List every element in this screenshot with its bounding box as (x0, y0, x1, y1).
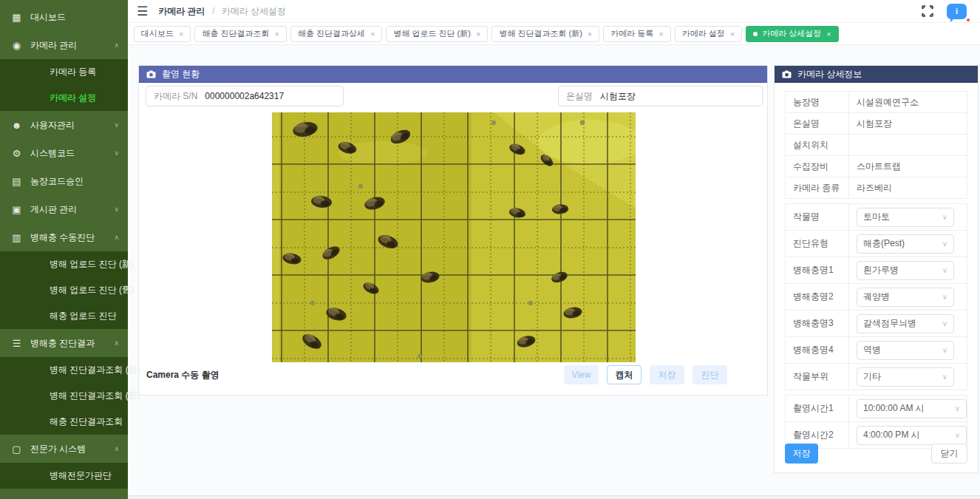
select-box[interactable]: 궤양병 ∨ (857, 288, 954, 307)
menu-icon: ☻ (10, 120, 23, 131)
view-button[interactable]: View (564, 365, 599, 384)
tab-disease-result-new[interactable]: 병해 진단결과조회 (新) × (491, 26, 599, 42)
tab-dashboard[interactable]: 대시보드 × (134, 26, 191, 42)
greenhouse-input[interactable] (600, 91, 762, 101)
time-select-box[interactable]: 10:00:00 AM 시 ∨ (857, 399, 967, 418)
sidebar-subitem-disease-upload-old[interactable]: 병해 업로드 진단 (舊) (0, 277, 128, 303)
info-label: 카메라 종류 (786, 177, 849, 198)
sidebar-subitem-disease-result-new[interactable]: 병해 진단결과조회 (新) (0, 357, 128, 383)
select-value: 궤양병 (863, 291, 942, 303)
breadcrumb-section[interactable]: 카메라 관리 (158, 6, 205, 16)
tab-camera-detail-settings[interactable]: 카메라 상세설정 × (746, 26, 839, 42)
time-select-value: 10:00:00 AM 시 (863, 402, 955, 415)
sidebar-subitem-pest-upload[interactable]: 해충 업로드 진단 (0, 303, 128, 329)
sidebar-item-label: 전문가 시스템 (30, 443, 86, 455)
select-box[interactable]: 기타 ∨ (857, 367, 954, 387)
camera-sn-label: 카메라 S/N (146, 90, 205, 103)
tab-close-icon[interactable]: × (659, 30, 663, 38)
sidebar-item-manual-diagnosis[interactable]: ▥ 병해충 수동진단 ∧ (0, 223, 128, 251)
sidebar-item-system-code[interactable]: ⚙ 시스템코드 ∨ (0, 139, 128, 167)
menu-icon: ▤ (10, 176, 23, 187)
greenhouse-label: 온실명 (559, 90, 600, 103)
select-box[interactable]: 흰가루병 ∨ (857, 261, 954, 280)
top-bar: ☰ 카메라 관리 / 카메라 상세설정 i (128, 0, 980, 23)
select-box[interactable]: 갈색점무늬병 ∨ (857, 314, 954, 333)
tab-close-icon[interactable]: × (588, 30, 592, 38)
tab-pest-result-detail[interactable]: 해충 진단결과상세 × (290, 26, 383, 42)
sidebar-item-farm-code-approval[interactable]: ▤ 농장코드승인 (0, 167, 128, 195)
close-button[interactable]: 닫기 (931, 444, 967, 464)
tab-close-icon[interactable]: × (730, 30, 735, 38)
sidebar-item-label: 사용자관리 (30, 119, 75, 132)
diagnose-button[interactable]: 진단 (693, 365, 727, 384)
tab-label: 병해 업로드 진단 (新) (393, 28, 471, 39)
sidebar-subitem-disease-upload-new[interactable]: 병해 업로드 진단 (新) (0, 251, 128, 277)
sidebar-subitem-pest-result[interactable]: 해충 진단결과조회 (0, 409, 128, 435)
sidebar-subitem-disease-expert-judge[interactable]: 병해전문가판단 (0, 463, 128, 489)
tab-camera-register[interactable]: 카메라 등록 × (603, 26, 671, 42)
chevron-down-icon: ∨ (955, 431, 960, 439)
sidebar-item-camera-management[interactable]: ◉ 카메라 관리 ∧ (0, 31, 128, 59)
select-label: 병해충명1 (786, 257, 849, 283)
chevron-down-icon: ∨ (942, 266, 947, 274)
sidebar-item-label: 농장코드승인 (30, 175, 84, 188)
tab-close-icon[interactable]: × (275, 30, 279, 38)
info-value: 시험포장 (849, 118, 892, 130)
info-label: 수집장비 (786, 156, 849, 177)
button-label: View (572, 370, 591, 380)
tab-pest-result-list[interactable]: 해충 진단결과조회 × (194, 26, 287, 42)
sidebar-item-board-management[interactable]: ▣ 게시판 관리 ∨ (0, 195, 128, 223)
crop-part-select-row: 작물부위 기타 ∨ (786, 364, 967, 390)
sidebar-subitem-camera-register[interactable]: 카메라 등록 (0, 59, 128, 85)
sidebar-item-label: 병해충 수동진단 (30, 231, 95, 244)
camera-detail-panel: 카메라 상세정보 농장명 시설원예연구소 온실명 시험포장 설치위치 수집장비 (774, 65, 979, 473)
camera-sn-input[interactable] (205, 91, 343, 101)
save-capture-button[interactable]: 저장 (650, 365, 684, 384)
chevron-icon: ∧ (114, 41, 119, 49)
info-row-camera-type: 카메라 종류 라즈베리 (786, 177, 967, 199)
sidebar-subitem-camera-settings[interactable]: 카메라 설정 (0, 85, 128, 111)
fullscreen-icon[interactable] (922, 5, 933, 17)
info-label: 온실명 (786, 113, 849, 134)
tab-close-icon[interactable]: × (826, 30, 831, 38)
tab-close-icon[interactable]: × (179, 30, 183, 38)
button-label: 진단 (701, 369, 719, 381)
select-box[interactable]: 역병 ∨ (857, 341, 954, 360)
capture-button[interactable]: 캡처 (607, 365, 642, 384)
chevron-down-icon: ∨ (955, 404, 960, 413)
tab-close-icon[interactable]: × (370, 30, 375, 38)
detail-panel-title: 카메라 상세정보 (797, 68, 862, 81)
greenhouse-group: 온실명 (558, 86, 763, 106)
sidebar-item-user-management[interactable]: ☻ 사용자관리 ∨ (0, 111, 128, 139)
sidebar-item-diagnosis-results[interactable]: ☰ 병해충 진단결과 ∧ (0, 329, 128, 357)
camera-info-table: 농장명 시설원예연구소 온실명 시험포장 설치위치 수집장비 스마트트랩 카메라… (785, 91, 967, 199)
select-label: 병해충명3 (786, 310, 849, 336)
tab-camera-settings[interactable]: 카메라 설정 × (675, 26, 743, 42)
detail-panel-body: 농장명 시설원예연구소 온실명 시험포장 설치위치 수집장비 스마트트랩 카메라… (775, 83, 978, 449)
sidebar-item-label: 병해전문가판단 (50, 469, 112, 482)
tab-disease-upload-new[interactable]: 병해 업로드 진단 (新) × (386, 26, 488, 42)
save-button[interactable]: 저장 (785, 444, 818, 464)
chat-notification-icon[interactable]: i (947, 4, 967, 19)
capture-time-table: 촬영시간1 10:00:00 AM 시 ∨ 촬영시간2 4:00:00 PM 시… (785, 395, 967, 449)
select-label: 병해충명4 (786, 337, 849, 363)
menu-icon: ◉ (10, 40, 23, 51)
trap-photo (272, 112, 636, 362)
capture-footer: Camera 수동 촬영 View 캡처 저장 진단 (139, 365, 767, 384)
sidebar-subitem-disease-result-old[interactable]: 병해 진단결과조회 (舊) (0, 383, 128, 409)
select-label: 작물명 (786, 204, 849, 230)
sidebar-item-expert-system[interactable]: ▢ 전문가 시스템 ∧ (0, 435, 128, 463)
menu-toggle-icon[interactable]: ☰ (137, 5, 148, 18)
sidebar-item-dashboard[interactable]: ▦ 대시보드 (0, 3, 128, 31)
detail-panel-footer: 저장 닫기 (775, 444, 978, 464)
time-select-box[interactable]: 4:00:00 PM 시 ∨ (857, 426, 967, 445)
select-value: 역병 (863, 344, 942, 356)
select-box[interactable]: 해충(Pest) ∨ (857, 234, 954, 254)
chevron-down-icon: ∨ (942, 373, 947, 381)
select-box[interactable]: 토마토 ∨ (857, 208, 954, 227)
capture-panel: 촬영 현황 카메라 S/N 온실명 (138, 65, 768, 396)
tab-label: 카메라 설정 (682, 28, 725, 39)
sidebar-item-label: 병해 업로드 진단 (新) (50, 258, 134, 271)
chevron-down-icon: ∨ (942, 346, 947, 354)
tab-close-icon[interactable]: × (476, 30, 480, 38)
